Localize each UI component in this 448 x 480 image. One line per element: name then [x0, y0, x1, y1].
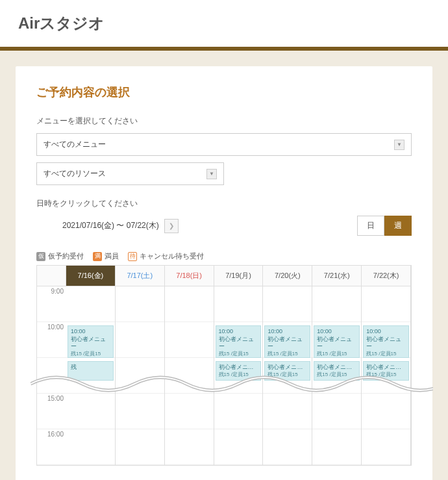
hour-cell[interactable] — [165, 429, 214, 465]
time-label: 9:00 — [37, 286, 66, 322]
hour-cell[interactable] — [116, 286, 164, 322]
day-column[interactable]: 10:00初心者メニュー残15 /定員15初心者メニ…残15 /定員15 — [263, 286, 312, 465]
calendar-event[interactable]: 10:00初心者メニュー残15 /定員15 — [314, 325, 360, 358]
event-capacity: 残15 /定員15 — [219, 351, 258, 357]
event-name: 初心者メニュー — [317, 336, 356, 351]
menu-select-value: すべてのメニュー — [44, 139, 106, 150]
hour-cell[interactable] — [66, 394, 115, 429]
calendar-event[interactable]: 初心者メニ…残15 /定員15 — [314, 361, 360, 381]
legend-waitlist: 待 キャンセル待ち受付 — [128, 251, 204, 261]
chevron-down-icon: ▼ — [394, 140, 404, 150]
hour-cell[interactable] — [362, 286, 410, 322]
day-header[interactable]: 7/20(火) — [263, 266, 312, 286]
event-time: 10:00 — [219, 328, 258, 336]
event-name: 初心者メニ… — [268, 364, 307, 372]
calendar-body: 9:0010:0015:0016:00 10:00初心者メニュー残15 /定員1… — [37, 286, 411, 465]
day-header[interactable]: 7/22(木) — [362, 266, 411, 286]
resource-select[interactable]: すべてのリソース ▼ — [36, 162, 224, 185]
hour-cell[interactable] — [116, 394, 164, 429]
calendar-event[interactable]: 10:00初心者メニュー残15 /定員15 — [363, 325, 409, 358]
hour-cell[interactable] — [263, 394, 312, 429]
hour-cell[interactable] — [66, 429, 115, 465]
hour-cell[interactable] — [214, 286, 263, 322]
calendar-event[interactable]: 10:00初心者メニュー残15 /定員15 — [264, 325, 310, 358]
chevron-down-icon: ▼ — [206, 169, 217, 179]
calendar-event[interactable]: 初心者メニ…残15 /定員15 — [264, 361, 310, 381]
date-range-display: 2021/07/16(金) 〜 07/22(木) ❯ — [36, 219, 179, 233]
event-time: 10:00 — [268, 328, 307, 336]
menu-select[interactable]: すべてのメニュー ▼ — [36, 133, 412, 156]
badge-wait-icon: 待 — [128, 252, 137, 261]
hour-cell[interactable] — [362, 429, 410, 465]
day-header[interactable]: 7/17(土) — [116, 266, 165, 286]
view-toggle: 日 週 — [357, 216, 412, 236]
day-header[interactable]: 7/16(金) — [66, 266, 116, 286]
time-column: 9:0010:0015:0016:00 — [37, 286, 66, 465]
event-name: 初心者メニュー — [366, 336, 406, 351]
hour-cell[interactable] — [116, 429, 164, 465]
event-name: 初心者メニ… — [317, 364, 356, 372]
event-capacity: 残15 /定員15 — [317, 351, 356, 357]
hour-cell[interactable] — [312, 394, 361, 429]
event-capacity: 残15 /定員15 — [366, 372, 406, 378]
legend-tentative: 仮 仮予約受付 — [36, 251, 84, 261]
day-column[interactable] — [165, 286, 214, 465]
day-column[interactable] — [116, 286, 165, 465]
time-col-head — [37, 266, 66, 286]
header: Airスタジオ — [0, 0, 448, 47]
hour-cell[interactable] — [66, 286, 115, 322]
calendar-event[interactable]: 初心者メニ…残15 /定員15 — [363, 361, 409, 381]
day-header[interactable]: 7/19(月) — [214, 266, 264, 286]
event-name: 初心者メニ… — [219, 364, 258, 372]
event-capacity: 残15 /定員15 — [71, 351, 110, 357]
calendar-header: 7/16(金)7/17(土)7/18(日)7/19(月)7/20(火)7/21(… — [37, 266, 411, 286]
day-view-button[interactable]: 日 — [357, 216, 384, 236]
day-column[interactable]: 10:00初心者メニュー残15 /定員15残 — [66, 286, 116, 465]
event-name: 初心者メニュー — [71, 336, 110, 351]
event-name: 残 — [71, 364, 110, 372]
hour-cell[interactable] — [165, 358, 214, 394]
hour-cell[interactable] — [116, 358, 164, 394]
event-time: 10:00 — [317, 328, 356, 336]
day-header[interactable]: 7/18(日) — [165, 266, 214, 286]
event-name: 初心者メニュー — [268, 336, 307, 351]
menu-label: メニューを選択してください — [36, 116, 412, 127]
time-label: 16:00 — [37, 429, 66, 465]
date-label: 日時をクリックしてください — [36, 198, 412, 209]
hour-cell[interactable] — [214, 394, 263, 429]
hour-cell[interactable] — [165, 322, 214, 358]
calendar-event[interactable]: 10:00初心者メニュー残15 /定員15 — [68, 325, 114, 358]
calendar-event[interactable]: 残 — [68, 361, 114, 381]
hour-cell[interactable] — [263, 286, 312, 322]
legend-full: 満 満員 — [93, 251, 119, 261]
main: ご予約内容の選択 メニューを選択してください すべてのメニュー ▼ すべてのリソ… — [0, 51, 448, 480]
badge-full-icon: 満 — [93, 252, 102, 261]
hour-cell[interactable] — [312, 429, 361, 465]
hour-cell[interactable] — [214, 429, 263, 465]
event-name: 初心者メニュー — [219, 336, 258, 351]
page-title: ご予約内容の選択 — [36, 84, 412, 100]
hour-cell[interactable] — [362, 394, 410, 429]
day-header[interactable]: 7/21(水) — [312, 266, 362, 286]
day-column[interactable]: 10:00初心者メニュー残15 /定員15初心者メニ…残15 /定員15 — [312, 286, 362, 465]
event-time: 10:00 — [366, 328, 406, 336]
calendar: 7/16(金)7/17(土)7/18(日)7/19(月)7/20(火)7/21(… — [36, 265, 412, 466]
calendar-event[interactable]: 10:00初心者メニュー残15 /定員15 — [216, 325, 262, 358]
hour-cell[interactable] — [165, 394, 214, 429]
event-name: 初心者メニ… — [366, 364, 406, 372]
booking-card: ご予約内容の選択 メニューを選択してください すべてのメニュー ▼ すべてのリソ… — [16, 66, 432, 480]
event-time: 10:00 — [71, 328, 110, 336]
event-capacity: 残15 /定員15 — [366, 351, 406, 357]
badge-tentative-icon: 仮 — [36, 252, 45, 261]
day-column[interactable]: 10:00初心者メニュー残15 /定員15初心者メニ…残15 /定員15 — [214, 286, 264, 465]
time-label: 10:00 — [37, 322, 66, 358]
hour-cell[interactable] — [116, 322, 164, 358]
hour-cell[interactable] — [165, 286, 214, 322]
next-week-button[interactable]: ❯ — [164, 219, 179, 233]
calendar-event[interactable]: 初心者メニ…残15 /定員15 — [216, 361, 262, 381]
day-column[interactable]: 10:00初心者メニュー残15 /定員15初心者メニ…残15 /定員15 — [362, 286, 411, 465]
time-label: 15:00 — [37, 394, 66, 429]
hour-cell[interactable] — [263, 429, 312, 465]
hour-cell[interactable] — [312, 286, 361, 322]
week-view-button[interactable]: 週 — [384, 216, 412, 236]
